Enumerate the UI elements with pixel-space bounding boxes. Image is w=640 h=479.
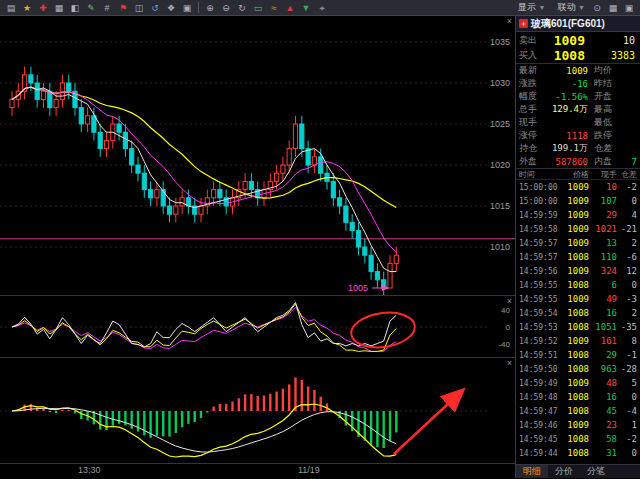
quote-title-bar: ＋ 玻璃601(FG601): [516, 16, 640, 32]
tick-row[interactable]: 14:59:5210091618: [516, 334, 640, 348]
date-axis-label: 11/19: [298, 465, 320, 475]
tick-row[interactable]: 14:59:481008160: [516, 390, 640, 404]
tick-list[interactable]: 15:00:00100910-215:00:001009107014:59:59…: [516, 180, 640, 464]
tick-row[interactable]: 14:59:55100949-3: [516, 292, 640, 306]
target-icon[interactable]: ⌖: [315, 1, 329, 15]
tick-oi-change: 12: [617, 266, 637, 276]
tick-header-2: 现手: [589, 169, 617, 180]
ask-price: 1009: [545, 33, 585, 48]
window-icon[interactable]: ◫: [132, 1, 146, 15]
tick-price: 1009: [561, 266, 589, 276]
undo-icon[interactable]: ↻: [235, 1, 249, 15]
futures-trading-terminal: ▤★✚▦◧✎#⚑◫↺❖▣ ⊕⊖↻▭≈▲▼⌖ 显示 ▼联动 ▼ ⊙▦▣ 10351…: [0, 0, 640, 479]
tick-price: 1008: [561, 406, 589, 416]
tick-row[interactable]: 14:59:45100858-2: [516, 432, 640, 446]
draw-line-icon[interactable]: ✎: [84, 1, 98, 15]
stat-value: 129.4万: [544, 103, 588, 116]
tick-list-header: 时间价格现手仓差: [516, 169, 640, 180]
tick-volume: 48: [589, 378, 617, 388]
tick-oi-change: 0: [617, 280, 637, 290]
tick-oi-change: 8: [617, 336, 637, 346]
tick-row[interactable]: 14:59:541008162: [516, 306, 640, 320]
tick-row[interactable]: 14:59:571009132: [516, 236, 640, 250]
bid-row[interactable]: 买入 1008 3383: [516, 48, 640, 64]
tick-price: 1008: [561, 434, 589, 444]
tick-row[interactable]: 15:00:00100910-2: [516, 180, 640, 194]
tick-oi-change: 1: [617, 420, 637, 430]
tick-row[interactable]: 14:59:571008110-6: [516, 250, 640, 264]
flag-icon[interactable]: ⚑: [116, 1, 130, 15]
tick-time: 14:59:52: [519, 337, 561, 346]
tick-time: 14:59:47: [519, 407, 561, 416]
tick-row[interactable]: 14:59:56100932412: [516, 264, 640, 278]
tick-volume: 110: [589, 252, 617, 262]
zoom-out-icon[interactable]: ⊖: [219, 1, 233, 15]
contract-name: 玻璃601(FG601): [531, 17, 605, 31]
wave-tool-icon[interactable]: ≈: [267, 1, 281, 15]
grid-view-icon[interactable]: ▦: [52, 1, 66, 15]
close-candle-panel-icon[interactable]: ×: [507, 16, 512, 26]
layout-icon[interactable]: ▦: [606, 1, 620, 15]
tick-oi-change: -28: [617, 364, 637, 374]
buy-arrow-icon[interactable]: ▲: [283, 1, 297, 15]
stat-label: 涨跌: [519, 77, 544, 90]
svg-text:-40: -40: [498, 340, 510, 349]
refresh-icon[interactable]: ↺: [148, 1, 162, 15]
main-area: 1035103010251020101510101005 × 400-40 × …: [0, 16, 640, 478]
search-icon[interactable]: ⊙: [590, 1, 604, 15]
indicator-icon[interactable]: ❖: [164, 1, 178, 15]
tick-volume: 16: [589, 308, 617, 318]
panel-config-icon[interactable]: ▣: [622, 1, 636, 15]
tick-row[interactable]: 14:59:47100845-4: [516, 404, 640, 418]
svg-text:1025: 1025: [490, 119, 510, 129]
toolbar-separator: [198, 2, 199, 13]
drawn-arrow-annotation: [394, 391, 462, 454]
bid-qty: 3383: [585, 50, 637, 61]
tab-分价[interactable]: 分价: [548, 465, 580, 478]
link-menu[interactable]: 联动 ▼: [553, 1, 590, 14]
add-contract-icon[interactable]: ✚: [36, 1, 50, 15]
display-menu[interactable]: 显示 ▼: [513, 1, 550, 14]
tick-time: 14:59:55: [519, 295, 561, 304]
tick-row[interactable]: 14:59:51100829-1: [516, 348, 640, 362]
tick-row[interactable]: 14:59:441008310: [516, 446, 640, 460]
tick-price: 1009: [561, 294, 589, 304]
sell-arrow-icon[interactable]: ▼: [299, 1, 313, 15]
tick-row[interactable]: 15:00:0010091070: [516, 194, 640, 208]
oscillator-panel[interactable]: 400-40 ×: [0, 296, 515, 358]
tick-oi-change: -1: [617, 350, 637, 360]
tick-row[interactable]: 14:59:491009485: [516, 376, 640, 390]
macd-panel[interactable]: ×: [0, 358, 515, 464]
split-view-icon[interactable]: ◧: [68, 1, 82, 15]
toolbar-menus: 显示 ▼联动 ▼: [513, 1, 590, 14]
chart-area: 1035103010251020101510101005 × 400-40 × …: [0, 16, 515, 478]
open-chart-icon[interactable]: ▤: [4, 1, 18, 15]
tick-row[interactable]: 14:59:55100860: [516, 278, 640, 292]
favorite-icon[interactable]: ★: [20, 1, 34, 15]
tick-oi-change: -35: [617, 322, 637, 332]
tick-volume: 161: [589, 336, 617, 346]
rect-tool-icon[interactable]: ▭: [251, 1, 265, 15]
crosshair-icon[interactable]: #: [100, 1, 114, 15]
close-macd-panel-icon[interactable]: ×: [507, 358, 512, 368]
tick-time: 15:00:00: [519, 183, 561, 192]
tick-row[interactable]: 14:59:5310081051-35: [516, 320, 640, 334]
ask-row[interactable]: 卖出 1009 10: [516, 32, 640, 48]
tab-分笔[interactable]: 分笔: [580, 465, 612, 478]
tick-row[interactable]: 14:59:591009294: [516, 208, 640, 222]
tick-row[interactable]: 14:59:461009231: [516, 418, 640, 432]
svg-text:1005: 1005: [348, 283, 368, 293]
tick-row[interactable]: 14:59:501008963-28: [516, 362, 640, 376]
tab-明细[interactable]: 明细: [516, 465, 548, 478]
tick-row[interactable]: 14:59:5810091021-21: [516, 222, 640, 236]
settings-grid-icon[interactable]: ▣: [180, 1, 194, 15]
bid-price: 1008: [545, 48, 585, 63]
close-oscillator-panel-icon[interactable]: ×: [507, 296, 512, 306]
candlestick-panel[interactable]: 1035103010251020101510101005 ×: [0, 16, 515, 296]
svg-text:1015: 1015: [490, 201, 510, 211]
tick-volume: 10: [589, 182, 617, 192]
tick-price: 1008: [561, 280, 589, 290]
toolbar-right-group: ⊙▦▣: [590, 1, 636, 15]
zoom-in-icon[interactable]: ⊕: [203, 1, 217, 15]
tick-price: 1008: [561, 364, 589, 374]
